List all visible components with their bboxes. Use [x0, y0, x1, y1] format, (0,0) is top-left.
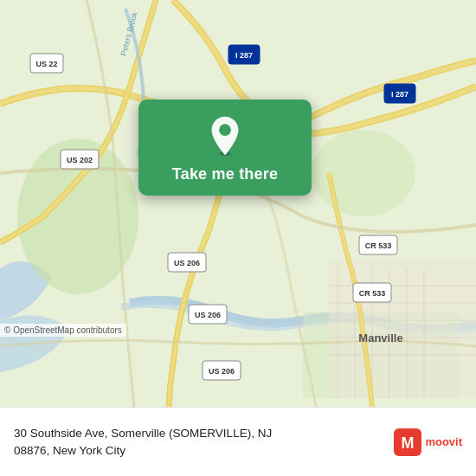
svg-text:US 202: US 202 [67, 156, 93, 164]
bottom-bar: 30 Southside Ave, Somerville (SOMERVILLE… [0, 407, 476, 476]
take-me-there-button[interactable]: Take me there [172, 165, 278, 183]
svg-text:US 206: US 206 [174, 259, 200, 267]
popup-card: Take me there [138, 100, 312, 196]
osm-credit: © OpenStreetMap contributors [0, 324, 126, 337]
svg-text:CR 533: CR 533 [365, 241, 392, 250]
address-block: 30 Southside Ave, Somerville (SOMERVILLE… [14, 425, 383, 459]
svg-text:I 287: I 287 [235, 51, 253, 60]
svg-rect-4 [329, 260, 476, 398]
svg-text:M: M [402, 434, 415, 452]
svg-text:US 206: US 206 [195, 311, 221, 319]
svg-text:CR 533: CR 533 [359, 289, 386, 298]
location-pin-icon [204, 115, 246, 157]
svg-text:I 287: I 287 [391, 90, 408, 99]
svg-point-2 [312, 130, 415, 216]
moovit-logo: M moovit [394, 428, 462, 456]
svg-point-39 [219, 124, 231, 136]
svg-text:US 206: US 206 [209, 367, 235, 376]
address-text: 30 Southside Ave, Somerville (SOMERVILLE… [14, 425, 383, 459]
moovit-icon: M [394, 428, 421, 456]
map-container: US 22 US 22 US 202 I 287 I 287 US 206 US… [0, 0, 476, 407]
moovit-label: moovit [425, 435, 462, 448]
svg-text:Manville: Manville [358, 331, 402, 344]
svg-text:US 22: US 22 [35, 60, 57, 68]
